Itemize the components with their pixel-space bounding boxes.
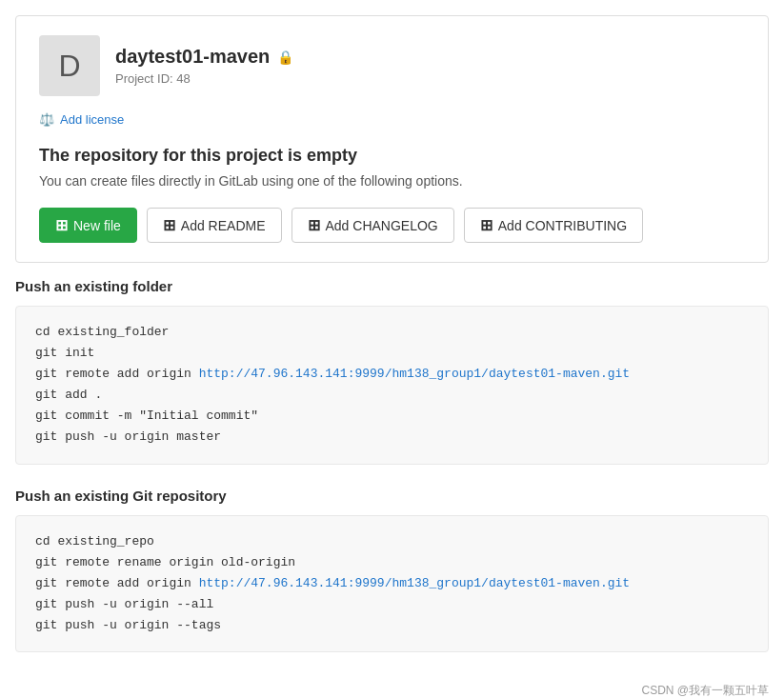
- push-git-code: cd existing_repo git remote rename origi…: [15, 515, 769, 652]
- git-code-line-1: cd existing_repo: [35, 531, 749, 552]
- watermark: CSDN @我有一颗五叶草: [0, 675, 784, 698]
- add-contributing-button[interactable]: ⊞ Add CONTRIBUTING: [464, 208, 643, 243]
- push-git-section: Push an existing Git repository cd exist…: [15, 488, 769, 652]
- project-name: daytest01-maven 🔒: [115, 46, 293, 68]
- plus-icon-new-file: ⊞: [55, 216, 68, 234]
- add-readme-button[interactable]: ⊞ Add README: [147, 208, 282, 243]
- add-license-link[interactable]: ⚖️ Add license: [39, 112, 124, 127]
- add-changelog-button[interactable]: ⊞ Add CHANGELOG: [291, 208, 454, 243]
- push-folder-section: Push an existing folder cd existing_fold…: [15, 278, 769, 465]
- git-code-line-4: git push -u origin --all: [35, 594, 749, 615]
- code-line-3: git remote add origin http://47.96.143.1…: [35, 364, 749, 385]
- code-line-2: git init: [35, 343, 749, 364]
- balance-icon: ⚖️: [39, 112, 54, 127]
- push-folder-title: Push an existing folder: [15, 278, 769, 294]
- plus-icon-changelog: ⊞: [308, 216, 320, 234]
- empty-repo-title: The repository for this project is empty: [39, 146, 745, 166]
- git-code-line-5: git push -u origin --tags: [35, 615, 749, 636]
- code-line-5: git commit -m "Initial commit": [35, 406, 749, 427]
- code-line-6: git push -u origin master: [35, 427, 749, 448]
- git-code-line-2: git remote rename origin old-origin: [35, 552, 749, 573]
- git-code-line-3: git remote add origin http://47.96.143.1…: [35, 573, 749, 594]
- git-url: http://47.96.143.141:9999/hm138_group1/d…: [199, 576, 630, 590]
- code-line-1: cd existing_folder: [35, 322, 749, 343]
- lock-icon: 🔒: [277, 50, 293, 65]
- code-line-4: git add .: [35, 385, 749, 406]
- project-avatar: D: [39, 35, 100, 96]
- empty-repo-desc: You can create files directly in GitLab …: [39, 173, 745, 189]
- project-id: Project ID: 48: [115, 71, 293, 86]
- folder-url: http://47.96.143.141:9999/hm138_group1/d…: [199, 367, 630, 381]
- plus-icon-readme: ⊞: [163, 216, 175, 234]
- main-content: Push an existing folder cd existing_fold…: [0, 278, 784, 652]
- plus-icon-contributing: ⊞: [480, 216, 493, 234]
- push-git-title: Push an existing Git repository: [15, 488, 769, 504]
- project-info: daytest01-maven 🔒 Project ID: 48: [115, 46, 293, 86]
- action-buttons: ⊞ New file ⊞ Add README ⊞ Add CHANGELOG …: [39, 208, 745, 243]
- new-file-button[interactable]: ⊞ New file: [39, 208, 137, 243]
- project-identity: D daytest01-maven 🔒 Project ID: 48: [39, 35, 745, 96]
- project-header-card: D daytest01-maven 🔒 Project ID: 48 ⚖️ Ad…: [15, 15, 769, 263]
- push-folder-code: cd existing_folder git init git remote a…: [15, 306, 769, 465]
